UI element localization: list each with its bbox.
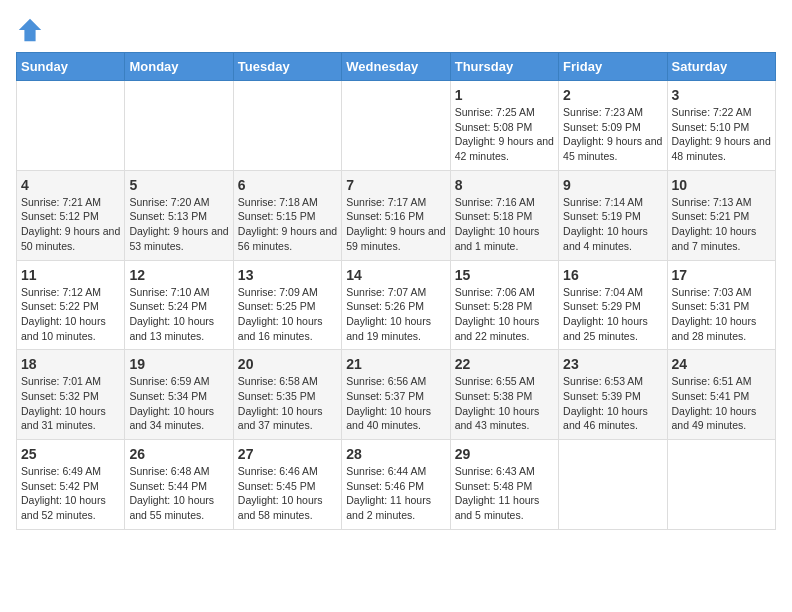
calendar-cell: 24Sunrise: 6:51 AM Sunset: 5:41 PM Dayli… <box>667 350 775 440</box>
day-number: 3 <box>672 87 771 103</box>
day-number: 26 <box>129 446 228 462</box>
calendar-cell: 16Sunrise: 7:04 AM Sunset: 5:29 PM Dayli… <box>559 260 667 350</box>
day-number: 24 <box>672 356 771 372</box>
day-number: 15 <box>455 267 554 283</box>
calendar-cell <box>17 81 125 171</box>
calendar-cell: 12Sunrise: 7:10 AM Sunset: 5:24 PM Dayli… <box>125 260 233 350</box>
day-number: 7 <box>346 177 445 193</box>
day-info: Sunrise: 7:04 AM Sunset: 5:29 PM Dayligh… <box>563 285 662 344</box>
day-info: Sunrise: 7:14 AM Sunset: 5:19 PM Dayligh… <box>563 195 662 254</box>
day-info: Sunrise: 7:09 AM Sunset: 5:25 PM Dayligh… <box>238 285 337 344</box>
calendar-cell: 29Sunrise: 6:43 AM Sunset: 5:48 PM Dayli… <box>450 440 558 530</box>
week-row-1: 4Sunrise: 7:21 AM Sunset: 5:12 PM Daylig… <box>17 170 776 260</box>
calendar-cell <box>342 81 450 171</box>
day-info: Sunrise: 7:06 AM Sunset: 5:28 PM Dayligh… <box>455 285 554 344</box>
day-info: Sunrise: 6:55 AM Sunset: 5:38 PM Dayligh… <box>455 374 554 433</box>
day-number: 27 <box>238 446 337 462</box>
day-number: 4 <box>21 177 120 193</box>
calendar-cell <box>667 440 775 530</box>
day-info: Sunrise: 6:46 AM Sunset: 5:45 PM Dayligh… <box>238 464 337 523</box>
calendar-cell: 19Sunrise: 6:59 AM Sunset: 5:34 PM Dayli… <box>125 350 233 440</box>
calendar-cell: 21Sunrise: 6:56 AM Sunset: 5:37 PM Dayli… <box>342 350 450 440</box>
day-info: Sunrise: 6:48 AM Sunset: 5:44 PM Dayligh… <box>129 464 228 523</box>
week-row-4: 25Sunrise: 6:49 AM Sunset: 5:42 PM Dayli… <box>17 440 776 530</box>
day-info: Sunrise: 7:07 AM Sunset: 5:26 PM Dayligh… <box>346 285 445 344</box>
day-info: Sunrise: 6:59 AM Sunset: 5:34 PM Dayligh… <box>129 374 228 433</box>
calendar-cell: 23Sunrise: 6:53 AM Sunset: 5:39 PM Dayli… <box>559 350 667 440</box>
header-saturday: Saturday <box>667 53 775 81</box>
header-wednesday: Wednesday <box>342 53 450 81</box>
week-row-3: 18Sunrise: 7:01 AM Sunset: 5:32 PM Dayli… <box>17 350 776 440</box>
calendar-cell: 9Sunrise: 7:14 AM Sunset: 5:19 PM Daylig… <box>559 170 667 260</box>
calendar-cell: 4Sunrise: 7:21 AM Sunset: 5:12 PM Daylig… <box>17 170 125 260</box>
day-info: Sunrise: 6:51 AM Sunset: 5:41 PM Dayligh… <box>672 374 771 433</box>
day-number: 22 <box>455 356 554 372</box>
day-info: Sunrise: 7:01 AM Sunset: 5:32 PM Dayligh… <box>21 374 120 433</box>
calendar-cell: 10Sunrise: 7:13 AM Sunset: 5:21 PM Dayli… <box>667 170 775 260</box>
day-number: 21 <box>346 356 445 372</box>
day-number: 1 <box>455 87 554 103</box>
header <box>16 16 776 44</box>
day-number: 17 <box>672 267 771 283</box>
calendar-cell: 14Sunrise: 7:07 AM Sunset: 5:26 PM Dayli… <box>342 260 450 350</box>
day-number: 14 <box>346 267 445 283</box>
day-info: Sunrise: 6:49 AM Sunset: 5:42 PM Dayligh… <box>21 464 120 523</box>
day-number: 20 <box>238 356 337 372</box>
day-number: 9 <box>563 177 662 193</box>
calendar-cell: 2Sunrise: 7:23 AM Sunset: 5:09 PM Daylig… <box>559 81 667 171</box>
calendar-cell: 11Sunrise: 7:12 AM Sunset: 5:22 PM Dayli… <box>17 260 125 350</box>
day-number: 10 <box>672 177 771 193</box>
calendar-cell: 6Sunrise: 7:18 AM Sunset: 5:15 PM Daylig… <box>233 170 341 260</box>
day-info: Sunrise: 6:58 AM Sunset: 5:35 PM Dayligh… <box>238 374 337 433</box>
day-number: 8 <box>455 177 554 193</box>
day-number: 28 <box>346 446 445 462</box>
week-row-2: 11Sunrise: 7:12 AM Sunset: 5:22 PM Dayli… <box>17 260 776 350</box>
day-info: Sunrise: 7:13 AM Sunset: 5:21 PM Dayligh… <box>672 195 771 254</box>
calendar-cell: 17Sunrise: 7:03 AM Sunset: 5:31 PM Dayli… <box>667 260 775 350</box>
header-friday: Friday <box>559 53 667 81</box>
day-number: 2 <box>563 87 662 103</box>
calendar-cell <box>125 81 233 171</box>
day-info: Sunrise: 7:22 AM Sunset: 5:10 PM Dayligh… <box>672 105 771 164</box>
calendar-cell: 26Sunrise: 6:48 AM Sunset: 5:44 PM Dayli… <box>125 440 233 530</box>
day-number: 6 <box>238 177 337 193</box>
day-number: 11 <box>21 267 120 283</box>
day-number: 29 <box>455 446 554 462</box>
calendar-cell: 27Sunrise: 6:46 AM Sunset: 5:45 PM Dayli… <box>233 440 341 530</box>
day-number: 13 <box>238 267 337 283</box>
calendar-cell: 15Sunrise: 7:06 AM Sunset: 5:28 PM Dayli… <box>450 260 558 350</box>
day-info: Sunrise: 7:23 AM Sunset: 5:09 PM Dayligh… <box>563 105 662 164</box>
day-info: Sunrise: 7:21 AM Sunset: 5:12 PM Dayligh… <box>21 195 120 254</box>
calendar-cell: 22Sunrise: 6:55 AM Sunset: 5:38 PM Dayli… <box>450 350 558 440</box>
day-info: Sunrise: 7:03 AM Sunset: 5:31 PM Dayligh… <box>672 285 771 344</box>
calendar-cell: 18Sunrise: 7:01 AM Sunset: 5:32 PM Dayli… <box>17 350 125 440</box>
day-info: Sunrise: 7:10 AM Sunset: 5:24 PM Dayligh… <box>129 285 228 344</box>
day-number: 19 <box>129 356 228 372</box>
calendar-cell: 25Sunrise: 6:49 AM Sunset: 5:42 PM Dayli… <box>17 440 125 530</box>
calendar-cell: 5Sunrise: 7:20 AM Sunset: 5:13 PM Daylig… <box>125 170 233 260</box>
day-info: Sunrise: 6:43 AM Sunset: 5:48 PM Dayligh… <box>455 464 554 523</box>
header-sunday: Sunday <box>17 53 125 81</box>
day-number: 23 <box>563 356 662 372</box>
calendar-cell: 8Sunrise: 7:16 AM Sunset: 5:18 PM Daylig… <box>450 170 558 260</box>
calendar-cell <box>559 440 667 530</box>
day-number: 16 <box>563 267 662 283</box>
day-info: Sunrise: 7:16 AM Sunset: 5:18 PM Dayligh… <box>455 195 554 254</box>
day-number: 25 <box>21 446 120 462</box>
header-monday: Monday <box>125 53 233 81</box>
day-info: Sunrise: 7:25 AM Sunset: 5:08 PM Dayligh… <box>455 105 554 164</box>
day-info: Sunrise: 7:18 AM Sunset: 5:15 PM Dayligh… <box>238 195 337 254</box>
week-row-0: 1Sunrise: 7:25 AM Sunset: 5:08 PM Daylig… <box>17 81 776 171</box>
day-info: Sunrise: 7:17 AM Sunset: 5:16 PM Dayligh… <box>346 195 445 254</box>
day-number: 18 <box>21 356 120 372</box>
calendar-cell: 13Sunrise: 7:09 AM Sunset: 5:25 PM Dayli… <box>233 260 341 350</box>
svg-marker-0 <box>19 19 41 41</box>
logo <box>16 16 48 44</box>
header-tuesday: Tuesday <box>233 53 341 81</box>
day-info: Sunrise: 6:44 AM Sunset: 5:46 PM Dayligh… <box>346 464 445 523</box>
header-thursday: Thursday <box>450 53 558 81</box>
day-number: 12 <box>129 267 228 283</box>
calendar-cell: 28Sunrise: 6:44 AM Sunset: 5:46 PM Dayli… <box>342 440 450 530</box>
day-info: Sunrise: 6:53 AM Sunset: 5:39 PM Dayligh… <box>563 374 662 433</box>
calendar-cell: 20Sunrise: 6:58 AM Sunset: 5:35 PM Dayli… <box>233 350 341 440</box>
